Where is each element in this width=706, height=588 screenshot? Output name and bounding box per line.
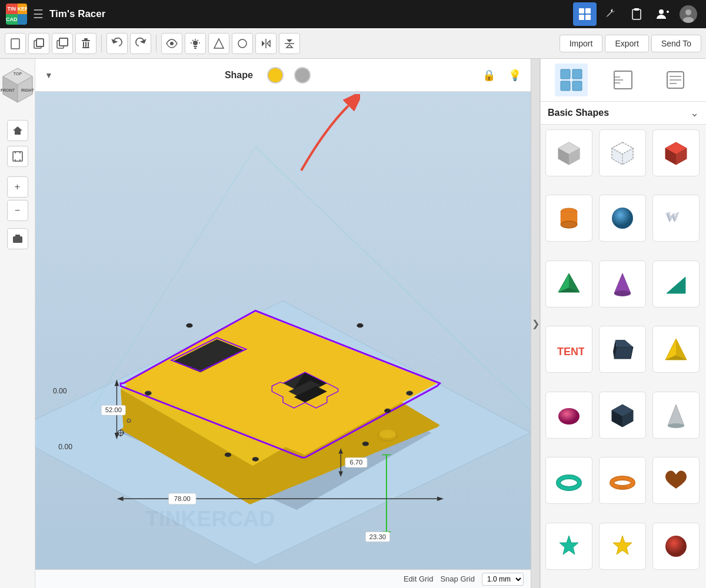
shapes-header: Basic Shapes ⌄ [541, 102, 706, 125]
panel-collapse-handle[interactable]: ❯ [531, 59, 540, 588]
shape-sphere[interactable] [599, 195, 646, 242]
svg-marker-40 [267, 41, 270, 46]
svg-text:78.00: 78.00 [174, 495, 191, 502]
shape-color-gray[interactable] [294, 67, 311, 83]
tools-icon[interactable] [599, 2, 622, 26]
shape-color-gold[interactable] [267, 67, 284, 83]
shape-text3d[interactable]: W W [652, 195, 700, 242]
shape-cube-navy[interactable] [599, 392, 646, 439]
shape-pyramid-yellow[interactable] [652, 326, 700, 373]
svg-rect-14 [36, 39, 44, 46]
svg-rect-24 [82, 47, 89, 48]
edit-grid-link[interactable]: Edit Grid [404, 574, 434, 583]
svg-rect-17 [59, 38, 68, 46]
shape-text-tent[interactable]: TENT [545, 326, 592, 373]
shapes-panel-icon[interactable] [555, 64, 588, 96]
tinkercad-logo[interactable]: TIN KER CAD [6, 4, 27, 25]
shape-wedge-teal[interactable] [652, 260, 700, 308]
shape-ellipsoid[interactable] [545, 392, 592, 439]
viewport[interactable]: ▼ Shape 🔒 💡 [35, 59, 531, 588]
svg-marker-42 [287, 39, 292, 42]
shape-star-yellow[interactable] [599, 523, 646, 570]
svg-rect-12 [11, 39, 19, 49]
home-button[interactable] [7, 120, 28, 141]
new-button[interactable] [5, 33, 26, 54]
shape-torus-teal[interactable] [545, 457, 592, 504]
shape-cone-purple[interactable] [599, 260, 646, 308]
logo-cell-tr: KER [18, 4, 28, 14]
delete-button[interactable] [75, 33, 96, 54]
svg-point-102 [225, 453, 231, 457]
shape-box-solid[interactable] [545, 129, 592, 176]
shapes-title: Basic Shapes [548, 108, 690, 118]
duplicate-button[interactable] [52, 33, 73, 54]
add-user-icon[interactable] [651, 2, 674, 26]
svg-point-166 [612, 208, 633, 229]
svg-point-105 [384, 409, 391, 413]
shape-visibility-button[interactable]: 💡 [508, 69, 521, 82]
undo-button[interactable] [106, 33, 128, 54]
svg-point-37 [238, 39, 247, 48]
shape-tool-2[interactable] [232, 33, 253, 54]
import-button[interactable]: Import [560, 35, 603, 52]
shape-cone-gray[interactable] [652, 392, 700, 439]
shape-cylinder[interactable] [545, 195, 592, 242]
shape-box-red[interactable] [652, 129, 700, 176]
ruler-panel-icon[interactable] [607, 64, 640, 96]
svg-marker-39 [262, 41, 265, 46]
shape-sphere-red[interactable] [652, 523, 700, 570]
view-button[interactable] [161, 33, 182, 54]
logo-cell-tl: TIN [6, 4, 18, 14]
snap-grid-select[interactable]: 1.0 mm 0.5 mm 0.1 mm 2.0 mm [482, 573, 524, 586]
svg-rect-30 [194, 48, 197, 49]
shape-pyramid-green[interactable] [545, 260, 592, 308]
fit-button[interactable] [7, 146, 28, 167]
svg-text:TENT: TENT [557, 346, 584, 358]
mirror-button-1[interactable] [255, 33, 277, 54]
svg-marker-51 [13, 126, 22, 135]
shape-lock-button[interactable]: 🔒 [482, 69, 495, 82]
svg-marker-26 [141, 40, 145, 43]
left-panel: TOP FRONT RIGHT + − [0, 59, 35, 588]
camera-button[interactable] [7, 228, 28, 249]
sendto-button[interactable]: Send To [651, 35, 701, 52]
svg-point-11 [683, 17, 694, 23]
svg-text:0.00: 0.00 [53, 387, 67, 395]
mirror-button-2[interactable] [279, 33, 300, 54]
user-avatar-icon[interactable] [677, 2, 700, 26]
svg-text:0.00: 0.00 [58, 443, 72, 451]
view-cube[interactable]: TOP FRONT RIGHT [0, 64, 38, 111]
right-panel: Basic Shapes ⌄ [540, 59, 706, 588]
zoom-in-button[interactable]: + [7, 176, 28, 198]
svg-text:23.30: 23.30 [369, 533, 386, 540]
export-button[interactable]: Export [605, 35, 648, 52]
shape-tool-1[interactable] [208, 33, 229, 54]
separator-1 [101, 35, 102, 52]
svg-rect-3 [585, 15, 591, 20]
shape-panel-arrow[interactable]: ▼ [45, 71, 53, 80]
clipboard-icon[interactable] [625, 2, 648, 26]
svg-rect-2 [579, 15, 584, 20]
svg-rect-19 [84, 38, 88, 40]
shape-prism-navy[interactable] [599, 326, 646, 373]
svg-marker-36 [214, 39, 224, 48]
svg-marker-178 [615, 340, 633, 347]
toolbar: Import Export Send To [0, 28, 706, 59]
grid-view-icon[interactable] [573, 2, 597, 26]
svg-rect-1 [585, 8, 591, 14]
light-button[interactable] [185, 33, 206, 54]
svg-rect-0 [579, 8, 584, 14]
copy-button[interactable] [28, 33, 49, 54]
3d-viewport-svg: 78.00 52.00 6.70 23.30 0.00 0.00 TINKERC… [35, 92, 531, 570]
menu-icon[interactable]: ☰ [33, 7, 44, 21]
zoom-out-button[interactable]: − [7, 200, 28, 221]
redo-button[interactable] [130, 33, 151, 54]
notes-panel-icon[interactable] [659, 64, 692, 96]
svg-rect-139 [572, 69, 582, 79]
shapes-dropdown[interactable]: ⌄ [690, 106, 699, 119]
shape-torus-orange[interactable] [599, 457, 646, 504]
shape-box-hole[interactable] [599, 129, 646, 176]
shape-star-teal[interactable] [545, 523, 592, 570]
svg-rect-21 [83, 42, 84, 47]
shape-heart-brown[interactable] [652, 457, 700, 504]
